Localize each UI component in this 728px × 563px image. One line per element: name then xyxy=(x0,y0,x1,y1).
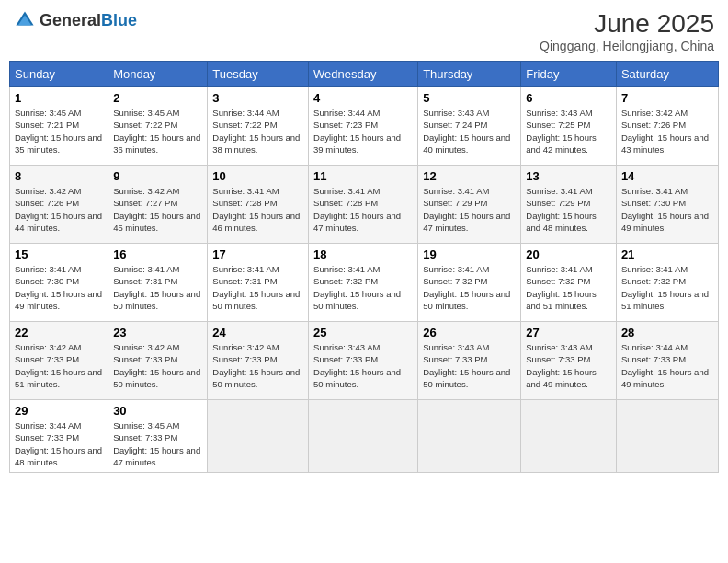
day-info: Sunrise: 3:41 AM Sunset: 7:32 PM Dayligh… xyxy=(423,263,516,312)
table-cell: 8 Sunrise: 3:42 AM Sunset: 7:26 PM Dayli… xyxy=(10,166,108,244)
header-monday: Monday xyxy=(108,62,208,87)
table-cell xyxy=(309,400,418,473)
table-cell xyxy=(521,400,617,473)
day-number: 22 xyxy=(15,326,103,339)
day-info: Sunrise: 3:42 AM Sunset: 7:33 PM Dayligh… xyxy=(15,341,103,390)
table-cell: 15 Sunrise: 3:41 AM Sunset: 7:30 PM Dayl… xyxy=(10,244,108,322)
day-number: 8 xyxy=(15,169,103,183)
table-cell: 24 Sunrise: 3:42 AM Sunset: 7:33 PM Dayl… xyxy=(208,322,309,400)
day-info: Sunrise: 3:43 AM Sunset: 7:33 PM Dayligh… xyxy=(313,341,413,390)
day-info: Sunrise: 3:41 AM Sunset: 7:30 PM Dayligh… xyxy=(15,263,103,312)
day-info: Sunrise: 3:41 AM Sunset: 7:31 PM Dayligh… xyxy=(113,263,202,312)
table-cell: 16 Sunrise: 3:41 AM Sunset: 7:31 PM Dayl… xyxy=(108,244,208,322)
day-number: 23 xyxy=(113,326,202,339)
table-cell: 21 Sunrise: 3:41 AM Sunset: 7:32 PM Dayl… xyxy=(616,244,718,322)
table-cell: 19 Sunrise: 3:41 AM Sunset: 7:32 PM Dayl… xyxy=(418,244,521,322)
day-number: 20 xyxy=(526,247,611,261)
title-section: June 2025 Qinggang, Heilongjiang, China xyxy=(540,9,714,53)
table-cell: 7 Sunrise: 3:42 AM Sunset: 7:26 PM Dayli… xyxy=(616,87,718,166)
table-cell: 25 Sunrise: 3:43 AM Sunset: 7:33 PM Dayl… xyxy=(309,322,418,400)
day-info: Sunrise: 3:44 AM Sunset: 7:33 PM Dayligh… xyxy=(621,341,713,390)
table-cell: 17 Sunrise: 3:41 AM Sunset: 7:31 PM Dayl… xyxy=(208,244,309,322)
day-number: 13 xyxy=(526,169,611,183)
day-number: 12 xyxy=(423,169,516,183)
day-info: Sunrise: 3:41 AM Sunset: 7:30 PM Dayligh… xyxy=(621,185,713,234)
day-info: Sunrise: 3:42 AM Sunset: 7:27 PM Dayligh… xyxy=(113,185,202,234)
day-info: Sunrise: 3:44 AM Sunset: 7:33 PM Dayligh… xyxy=(15,419,103,468)
table-cell: 14 Sunrise: 3:41 AM Sunset: 7:30 PM Dayl… xyxy=(616,166,718,244)
day-info: Sunrise: 3:41 AM Sunset: 7:32 PM Dayligh… xyxy=(313,263,413,312)
day-info: Sunrise: 3:43 AM Sunset: 7:33 PM Dayligh… xyxy=(423,341,516,390)
table-cell: 4 Sunrise: 3:44 AM Sunset: 7:23 PM Dayli… xyxy=(309,87,418,166)
day-number: 27 xyxy=(526,326,611,339)
day-number: 17 xyxy=(212,247,303,261)
day-number: 15 xyxy=(15,247,103,261)
table-cell: 6 Sunrise: 3:43 AM Sunset: 7:25 PM Dayli… xyxy=(521,87,617,166)
header-thursday: Thursday xyxy=(418,62,521,87)
day-number: 26 xyxy=(423,326,516,339)
day-info: Sunrise: 3:44 AM Sunset: 7:23 PM Dayligh… xyxy=(313,107,413,155)
table-cell: 29 Sunrise: 3:44 AM Sunset: 7:33 PM Dayl… xyxy=(10,400,108,473)
day-info: Sunrise: 3:42 AM Sunset: 7:26 PM Dayligh… xyxy=(15,185,103,234)
header-friday: Friday xyxy=(521,62,617,87)
calendar-table: Sunday Monday Tuesday Wednesday Thursday… xyxy=(9,61,719,473)
day-info: Sunrise: 3:45 AM Sunset: 7:33 PM Dayligh… xyxy=(113,419,202,468)
day-info: Sunrise: 3:43 AM Sunset: 7:25 PM Dayligh… xyxy=(526,107,611,155)
day-info: Sunrise: 3:41 AM Sunset: 7:31 PM Dayligh… xyxy=(212,263,303,312)
table-cell: 27 Sunrise: 3:43 AM Sunset: 7:33 PM Dayl… xyxy=(521,322,617,400)
header-tuesday: Tuesday xyxy=(208,62,309,87)
day-info: Sunrise: 3:42 AM Sunset: 7:33 PM Dayligh… xyxy=(212,341,303,390)
table-cell: 26 Sunrise: 3:43 AM Sunset: 7:33 PM Dayl… xyxy=(418,322,521,400)
table-cell: 10 Sunrise: 3:41 AM Sunset: 7:28 PM Dayl… xyxy=(208,166,309,244)
day-number: 9 xyxy=(113,169,202,183)
day-info: Sunrise: 3:41 AM Sunset: 7:32 PM Dayligh… xyxy=(621,263,713,312)
day-info: Sunrise: 3:41 AM Sunset: 7:32 PM Dayligh… xyxy=(526,263,611,312)
logo: GeneralBlue xyxy=(14,9,137,31)
day-info: Sunrise: 3:44 AM Sunset: 7:22 PM Dayligh… xyxy=(212,107,303,155)
location-subtitle: Qinggang, Heilongjiang, China xyxy=(540,39,714,53)
day-number: 30 xyxy=(113,404,202,418)
table-cell xyxy=(208,400,309,473)
days-header-row: Sunday Monday Tuesday Wednesday Thursday… xyxy=(10,62,719,87)
logo-general: General xyxy=(40,11,101,29)
logo-icon xyxy=(14,9,36,31)
day-info: Sunrise: 3:41 AM Sunset: 7:28 PM Dayligh… xyxy=(212,185,303,234)
day-number: 24 xyxy=(212,326,303,339)
logo-text: GeneralBlue xyxy=(40,11,137,30)
table-cell: 12 Sunrise: 3:41 AM Sunset: 7:29 PM Dayl… xyxy=(418,166,521,244)
day-number: 25 xyxy=(313,326,413,339)
table-cell: 3 Sunrise: 3:44 AM Sunset: 7:22 PM Dayli… xyxy=(208,87,309,166)
day-number: 21 xyxy=(621,247,713,261)
day-number: 19 xyxy=(423,247,516,261)
day-number: 1 xyxy=(15,91,103,105)
header-saturday: Saturday xyxy=(616,62,718,87)
table-cell xyxy=(418,400,521,473)
day-number: 16 xyxy=(113,247,202,261)
table-cell: 22 Sunrise: 3:42 AM Sunset: 7:33 PM Dayl… xyxy=(10,322,108,400)
day-number: 6 xyxy=(526,91,611,105)
table-cell: 20 Sunrise: 3:41 AM Sunset: 7:32 PM Dayl… xyxy=(521,244,617,322)
day-number: 11 xyxy=(313,169,413,183)
day-number: 18 xyxy=(313,247,413,261)
day-info: Sunrise: 3:41 AM Sunset: 7:28 PM Dayligh… xyxy=(313,185,413,234)
day-number: 14 xyxy=(621,169,713,183)
day-number: 2 xyxy=(113,91,202,105)
table-cell: 23 Sunrise: 3:42 AM Sunset: 7:33 PM Dayl… xyxy=(108,322,208,400)
logo-blue: Blue xyxy=(101,11,137,29)
day-number: 4 xyxy=(313,91,413,105)
table-cell: 2 Sunrise: 3:45 AM Sunset: 7:22 PM Dayli… xyxy=(108,87,208,166)
month-year-title: June 2025 xyxy=(540,9,714,39)
day-info: Sunrise: 3:45 AM Sunset: 7:22 PM Dayligh… xyxy=(113,107,202,155)
day-number: 10 xyxy=(212,169,303,183)
table-cell: 5 Sunrise: 3:43 AM Sunset: 7:24 PM Dayli… xyxy=(418,87,521,166)
header: GeneralBlue June 2025 Qinggang, Heilongj… xyxy=(9,9,719,53)
day-info: Sunrise: 3:43 AM Sunset: 7:24 PM Dayligh… xyxy=(423,107,516,155)
day-info: Sunrise: 3:42 AM Sunset: 7:33 PM Dayligh… xyxy=(113,341,202,390)
table-cell: 1 Sunrise: 3:45 AM Sunset: 7:21 PM Dayli… xyxy=(10,87,108,166)
table-cell: 30 Sunrise: 3:45 AM Sunset: 7:33 PM Dayl… xyxy=(108,400,208,473)
table-cell xyxy=(616,400,718,473)
day-number: 3 xyxy=(212,91,303,105)
day-info: Sunrise: 3:45 AM Sunset: 7:21 PM Dayligh… xyxy=(15,107,103,155)
day-info: Sunrise: 3:43 AM Sunset: 7:33 PM Dayligh… xyxy=(526,341,611,390)
table-cell: 13 Sunrise: 3:41 AM Sunset: 7:29 PM Dayl… xyxy=(521,166,617,244)
